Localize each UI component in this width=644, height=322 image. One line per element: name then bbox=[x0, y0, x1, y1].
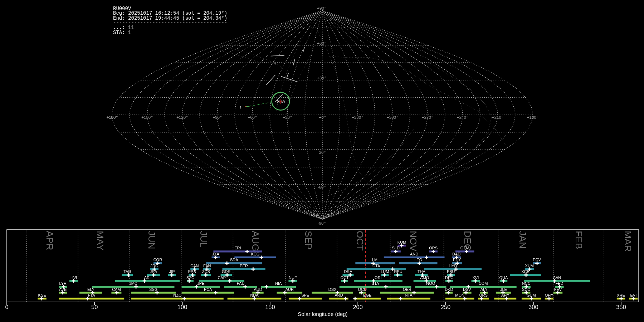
svg-text:ZCS: ZCS bbox=[202, 269, 210, 274]
svg-text:SSG: SSG bbox=[149, 287, 157, 292]
svg-text:CAP: CAP bbox=[218, 275, 226, 280]
svg-text:PER: PER bbox=[240, 264, 248, 268]
svg-text:+330°: +330° bbox=[352, 115, 363, 119]
svg-text:KUM: KUM bbox=[397, 240, 406, 244]
svg-text:HYD: HYD bbox=[449, 264, 457, 268]
svg-text:KCG: KCG bbox=[251, 252, 259, 256]
svg-text:COM: COM bbox=[479, 281, 488, 286]
svg-text:JXA: JXA bbox=[212, 252, 220, 256]
svg-text:-90°: -90° bbox=[318, 221, 326, 225]
svg-text:+210°: +210° bbox=[492, 115, 503, 119]
svg-text:GUM: GUM bbox=[527, 293, 536, 297]
svg-text:-60°: -60° bbox=[318, 185, 326, 189]
svg-text:0: 0 bbox=[5, 304, 8, 310]
svg-text:+90°: +90° bbox=[213, 115, 221, 119]
svg-text:100: 100 bbox=[177, 304, 187, 310]
svg-text:MON: MON bbox=[455, 293, 464, 297]
svg-text:+90°: +90° bbox=[317, 6, 326, 10]
svg-text:250: 250 bbox=[441, 304, 451, 310]
svg-text:THA: THA bbox=[418, 269, 426, 274]
svg-text:ELY: ELY bbox=[87, 287, 95, 292]
svg-text:NDA: NDA bbox=[250, 293, 259, 297]
svg-text:TAH: TAH bbox=[123, 269, 131, 274]
svg-text:300: 300 bbox=[528, 304, 538, 310]
svg-text:NCC: NCC bbox=[522, 281, 531, 286]
svg-text:+120°: +120° bbox=[176, 115, 188, 119]
svg-text:URS: URS bbox=[479, 293, 488, 297]
svg-text:JPE: JPE bbox=[197, 281, 204, 286]
svg-text:FEB: FEB bbox=[574, 231, 584, 249]
svg-text:JUN: JUN bbox=[146, 231, 157, 249]
svg-text:APR: APR bbox=[44, 231, 55, 250]
svg-text:JRC: JRC bbox=[151, 264, 158, 268]
svg-text:AMO: AMO bbox=[420, 275, 429, 280]
svg-text:FEV: FEV bbox=[554, 287, 562, 292]
svg-text:LEO: LEO bbox=[414, 258, 422, 262]
svg-text:RPU: RPU bbox=[394, 269, 402, 274]
svg-text:JAN: JAN bbox=[517, 231, 528, 249]
svg-text:AHY: AHY bbox=[501, 293, 509, 297]
svg-text:ORI: ORI bbox=[375, 275, 382, 280]
svg-text:DKD: DKD bbox=[445, 287, 453, 292]
svg-text:MAY: MAY bbox=[95, 231, 106, 251]
svg-text:NZC: NZC bbox=[173, 293, 181, 297]
svg-text:KSE: KSE bbox=[38, 293, 46, 297]
svg-text:DPC: DPC bbox=[445, 275, 453, 280]
svg-text:CTA: CTA bbox=[372, 264, 380, 268]
svg-text:AUG: AUG bbox=[250, 231, 261, 251]
svg-text:Solar longitude (deg): Solar longitude (deg) bbox=[298, 311, 347, 317]
svg-text:PSU: PSU bbox=[447, 269, 455, 274]
svg-text:HVI: HVI bbox=[70, 275, 77, 280]
svg-text:350: 350 bbox=[616, 304, 626, 310]
svg-text:SPE: SPE bbox=[301, 293, 309, 297]
svg-text:OER: OER bbox=[403, 287, 411, 292]
svg-text:QUA: QUA bbox=[499, 275, 508, 280]
svg-text:SEP: SEP bbox=[303, 231, 314, 250]
svg-text:OHY: OHY bbox=[545, 293, 554, 297]
svg-text:NIA: NIA bbox=[275, 281, 282, 286]
svg-text:DSX: DSX bbox=[328, 287, 337, 292]
svg-text:PAU: PAU bbox=[237, 281, 245, 286]
svg-text:LUM: LUM bbox=[381, 269, 389, 274]
svg-text:+180°: +180° bbox=[527, 115, 538, 119]
svg-text:FED: FED bbox=[555, 281, 563, 286]
svg-text:+150°: +150° bbox=[141, 115, 153, 119]
svg-text:OCU: OCU bbox=[358, 287, 367, 292]
svg-text:ALY: ALY bbox=[480, 287, 488, 292]
svg-text:PPS: PPS bbox=[188, 269, 196, 274]
svg-text:XCB: XCB bbox=[521, 269, 530, 274]
svg-text:+30°: +30° bbox=[317, 76, 326, 80]
svg-text:STA: 1: STA: 1 bbox=[113, 30, 131, 35]
svg-text:EGE: EGE bbox=[363, 293, 371, 297]
svg-text:XHE: XHE bbox=[617, 293, 625, 297]
svg-text:FTA: FTA bbox=[88, 293, 96, 297]
svg-text:EHY: EHY bbox=[453, 258, 461, 262]
svg-text:JIP: JIP bbox=[169, 269, 175, 274]
svg-text:XVI: XVI bbox=[473, 275, 479, 280]
svg-text:LYR: LYR bbox=[59, 281, 67, 286]
svg-text:NOO: NOO bbox=[426, 281, 435, 286]
svg-text:ARI: ARI bbox=[144, 275, 151, 280]
svg-text:MAR: MAR bbox=[623, 231, 633, 252]
svg-text:SDA: SDA bbox=[230, 258, 238, 262]
svg-text:GDR: GDR bbox=[222, 269, 231, 274]
svg-text:STA: STA bbox=[372, 281, 379, 286]
svg-text:+240°: +240° bbox=[457, 115, 468, 119]
svg-text:ERI: ERI bbox=[234, 246, 241, 250]
svg-text:GEM: GEM bbox=[460, 246, 469, 250]
svg-text:NOV: NOV bbox=[408, 231, 419, 252]
svg-text:200: 200 bbox=[353, 304, 363, 310]
svg-text:+30°: +30° bbox=[283, 115, 292, 119]
svg-text:DSV: DSV bbox=[463, 287, 471, 292]
svg-text:150: 150 bbox=[265, 304, 275, 310]
svg-text:FAN: FAN bbox=[203, 264, 211, 268]
svg-text:50: 50 bbox=[91, 304, 98, 310]
svg-text:JUL: JUL bbox=[198, 231, 209, 248]
svg-text:+270°: +270° bbox=[422, 115, 433, 119]
svg-text:JLE: JLE bbox=[500, 287, 507, 292]
svg-text:AVB: AVB bbox=[59, 287, 67, 292]
svg-text:AUR: AUR bbox=[286, 287, 294, 292]
svg-text:JEA: JEA bbox=[150, 269, 157, 274]
svg-text:XUM: XUM bbox=[525, 264, 534, 268]
svg-text:+180°: +180° bbox=[106, 115, 118, 119]
